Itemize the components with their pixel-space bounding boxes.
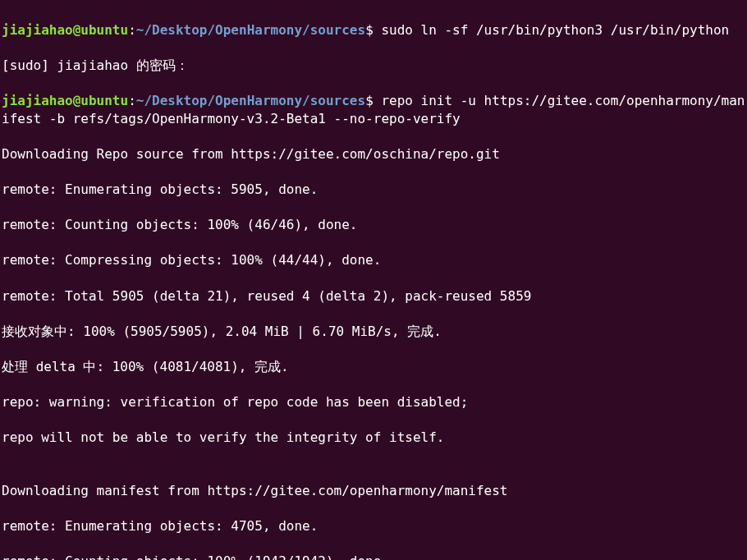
output-line: remote: Total 5905 (delta 21), reused 4 … <box>2 287 745 305</box>
output-line: remote: Counting objects: 100% (46/46), … <box>2 216 745 234</box>
prompt-line-2: jiajiahao@ubuntu:~/Desktop/OpenHarmony/s… <box>2 92 745 127</box>
sudo-prompt: [sudo] jiajiahao 的密码： <box>2 57 745 75</box>
prompt-line-1: jiajiahao@ubuntu:~/Desktop/OpenHarmony/s… <box>2 21 745 39</box>
output-line: remote: Enumerating objects: 4705, done. <box>2 517 745 535</box>
colon: : <box>128 93 136 108</box>
cwd-path: ~/Desktop/OpenHarmony/sources <box>136 22 365 38</box>
output-line: 接收对象中: 100% (5905/5905), 2.04 MiB | 6.70… <box>2 323 745 341</box>
output-line: Downloading manifest from https://gitee.… <box>2 482 745 500</box>
user-host: jiajiahao@ubuntu <box>2 93 128 108</box>
output-line: remote: Compressing objects: 100% (44/44… <box>2 251 745 269</box>
terminal[interactable]: jiajiahao@ubuntu:~/Desktop/OpenHarmony/s… <box>0 0 747 560</box>
output-line: remote: Counting objects: 100% (1942/194… <box>2 553 745 560</box>
output-line: repo: warning: verification of repo code… <box>2 393 745 411</box>
command-1: sudo ln -sf /usr/bin/python3 /usr/bin/py… <box>381 22 729 38</box>
output-line: remote: Enumerating objects: 5905, done. <box>2 181 745 199</box>
output-line: 处理 delta 中: 100% (4081/4081), 完成. <box>2 358 745 376</box>
user-host: jiajiahao@ubuntu <box>2 22 128 38</box>
dollar: $ <box>365 93 381 108</box>
cwd-path: ~/Desktop/OpenHarmony/sources <box>136 93 365 108</box>
colon: : <box>128 22 136 38</box>
dollar: $ <box>365 22 381 38</box>
output-line: Downloading Repo source from https://git… <box>2 145 745 163</box>
output-line: repo will not be able to verify the inte… <box>2 429 745 447</box>
